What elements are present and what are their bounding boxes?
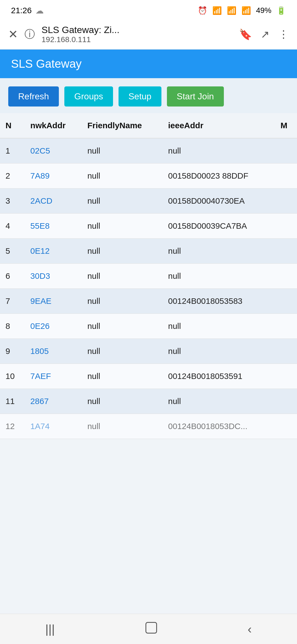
cell-n: 5 bbox=[0, 239, 25, 264]
cell-friendlyName: null bbox=[82, 239, 163, 264]
toolbar: Refresh Groups Setup Start Join bbox=[0, 78, 297, 113]
cell-nwkAddr[interactable]: 7A89 bbox=[25, 163, 82, 189]
table-row[interactable]: 27A89null00158D00023 88DDF bbox=[0, 163, 297, 189]
bookmark-icon[interactable]: 🔖 bbox=[239, 28, 252, 40]
cell-nwkAddr[interactable]: 02C5 bbox=[25, 138, 82, 163]
bottom-nav: ||| ‹ bbox=[0, 614, 297, 644]
table-row[interactable]: 630D3nullnull bbox=[0, 264, 297, 289]
cell-m bbox=[275, 414, 297, 439]
cell-ieeeAddr: null bbox=[163, 264, 275, 289]
cell-m bbox=[275, 163, 297, 189]
cell-friendlyName: null bbox=[82, 414, 163, 439]
cell-nwkAddr[interactable]: 7AEF bbox=[25, 364, 82, 389]
app-header: SLS Gateway bbox=[0, 50, 297, 78]
cell-friendlyName: null bbox=[82, 314, 163, 339]
cell-n: 3 bbox=[0, 189, 25, 214]
cell-ieeeAddr: null bbox=[163, 138, 275, 163]
cell-ieeeAddr: 00158D00023 88DDF bbox=[163, 163, 275, 189]
cell-friendlyName: null bbox=[82, 389, 163, 414]
status-bar: 21:26 ☁ ⏰ 📶 📶 📶 49% 🔋 bbox=[0, 0, 297, 19]
info-icon[interactable]: ⓘ bbox=[24, 27, 35, 41]
device-table: N nwkAddr FriendlyName ieeeAddr M 102C5n… bbox=[0, 113, 297, 439]
table-row[interactable]: 102C5nullnull bbox=[0, 138, 297, 163]
cell-nwkAddr[interactable]: 0E12 bbox=[25, 239, 82, 264]
cell-ieeeAddr: null bbox=[163, 314, 275, 339]
share-icon[interactable]: ↗ bbox=[261, 28, 270, 40]
cell-ieeeAddr: null bbox=[163, 339, 275, 364]
cell-nwkAddr[interactable]: 1805 bbox=[25, 339, 82, 364]
cell-friendlyName: null bbox=[82, 163, 163, 189]
cell-m bbox=[275, 289, 297, 314]
wifi-icon: 📶 bbox=[227, 6, 237, 15]
table-row[interactable]: 121A74null00124B0018053DC... bbox=[0, 414, 297, 439]
cell-nwkAddr[interactable]: 9EAE bbox=[25, 289, 82, 314]
browser-actions: 🔖 ↗ ⋮ bbox=[239, 28, 289, 40]
table-row[interactable]: 79EAEnull00124B0018053583 bbox=[0, 289, 297, 314]
table-row[interactable]: 112867nullnull bbox=[0, 389, 297, 414]
status-bar-left: 21:26 ☁ bbox=[11, 6, 44, 15]
cell-m bbox=[275, 314, 297, 339]
groups-button[interactable]: Groups bbox=[64, 86, 113, 107]
cell-ieeeAddr: 00124B0018053583 bbox=[163, 289, 275, 314]
status-bar-right: ⏰ 📶 📶 📶 49% 🔋 bbox=[198, 6, 286, 15]
refresh-button[interactable]: Refresh bbox=[8, 86, 59, 107]
cell-ieeeAddr: null bbox=[163, 239, 275, 264]
cell-n: 8 bbox=[0, 314, 25, 339]
setup-button[interactable]: Setup bbox=[119, 86, 161, 107]
cell-n: 2 bbox=[0, 163, 25, 189]
table-row[interactable]: 455E8null00158D00039CA7BA bbox=[0, 214, 297, 239]
cloud-icon: ☁ bbox=[35, 6, 44, 15]
cell-m bbox=[275, 138, 297, 163]
cell-ieeeAddr: null bbox=[163, 389, 275, 414]
home-icon bbox=[145, 622, 157, 634]
cell-n: 7 bbox=[0, 289, 25, 314]
cell-m bbox=[275, 389, 297, 414]
cell-ieeeAddr: 00158D00040730EA bbox=[163, 189, 275, 214]
col-header-ieeeAddr: ieeeAddr bbox=[163, 113, 275, 138]
cell-m bbox=[275, 214, 297, 239]
page-title: SLS Gateway: Zi... bbox=[42, 24, 232, 35]
cell-nwkAddr[interactable]: 0E26 bbox=[25, 314, 82, 339]
table-header-row: N nwkAddr FriendlyName ieeeAddr M bbox=[0, 113, 297, 138]
cell-friendlyName: null bbox=[82, 214, 163, 239]
cell-n: 6 bbox=[0, 264, 25, 289]
cell-m bbox=[275, 189, 297, 214]
alarm-icon: ⏰ bbox=[198, 6, 207, 15]
cell-nwkAddr[interactable]: 2ACD bbox=[25, 189, 82, 214]
cell-nwkAddr[interactable]: 1A74 bbox=[25, 414, 82, 439]
col-header-nwkAddr: nwkAddr bbox=[25, 113, 82, 138]
nav-back-button[interactable]: ||| bbox=[34, 620, 66, 639]
battery-percent: 49% bbox=[256, 6, 271, 15]
cell-nwkAddr[interactable]: 55E8 bbox=[25, 214, 82, 239]
cell-friendlyName: null bbox=[82, 289, 163, 314]
cell-nwkAddr[interactable]: 30D3 bbox=[25, 264, 82, 289]
table-row[interactable]: 107AEFnull00124B0018053591 bbox=[0, 364, 297, 389]
url-area[interactable]: SLS Gateway: Zi... 192.168.0.111 bbox=[42, 24, 232, 44]
cell-m bbox=[275, 239, 297, 264]
browser-bar: ✕ ⓘ SLS Gateway: Zi... 192.168.0.111 🔖 ↗… bbox=[0, 19, 297, 50]
signal-icon: 📶 bbox=[241, 6, 251, 15]
nav-home-button[interactable] bbox=[134, 619, 168, 639]
close-tab-icon[interactable]: ✕ bbox=[8, 28, 18, 41]
cell-n: 11 bbox=[0, 389, 25, 414]
nav-recent-button[interactable]: ‹ bbox=[237, 620, 263, 639]
table-row[interactable]: 32ACDnull00158D00040730EA bbox=[0, 189, 297, 214]
cell-m bbox=[275, 364, 297, 389]
table-row[interactable]: 80E26nullnull bbox=[0, 314, 297, 339]
cell-m bbox=[275, 264, 297, 289]
cell-n: 1 bbox=[0, 138, 25, 163]
cell-friendlyName: null bbox=[82, 189, 163, 214]
time-display: 21:26 bbox=[11, 6, 32, 15]
col-header-n: N bbox=[0, 113, 25, 138]
cell-ieeeAddr: 00158D00039CA7BA bbox=[163, 214, 275, 239]
start-join-button[interactable]: Start Join bbox=[167, 86, 224, 107]
table-row[interactable]: 91805nullnull bbox=[0, 339, 297, 364]
table-row[interactable]: 50E12nullnull bbox=[0, 239, 297, 264]
cell-n: 9 bbox=[0, 339, 25, 364]
cell-ieeeAddr: 00124B0018053DC... bbox=[163, 414, 275, 439]
app-title: SLS Gateway bbox=[11, 57, 82, 70]
more-options-icon[interactable]: ⋮ bbox=[278, 28, 289, 40]
col-header-friendlyName: FriendlyName bbox=[82, 113, 163, 138]
cell-nwkAddr[interactable]: 2867 bbox=[25, 389, 82, 414]
col-header-m: M bbox=[275, 113, 297, 138]
